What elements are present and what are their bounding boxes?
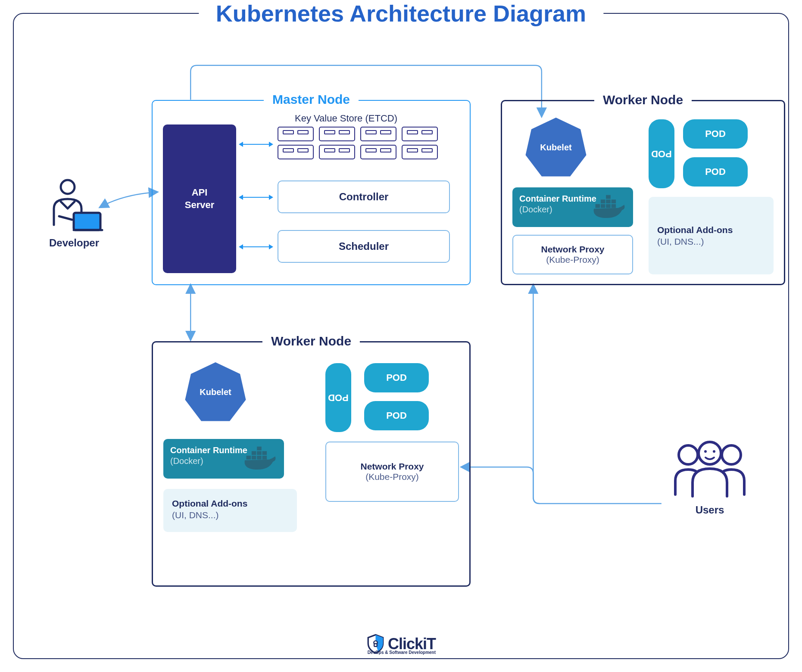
- etcd-cell: [402, 145, 438, 159]
- etcd-cell: [278, 127, 314, 141]
- developer-icon: [42, 177, 106, 233]
- container-runtime-box: Container Runtime (Docker): [512, 187, 633, 227]
- svg-rect-10: [606, 195, 611, 199]
- controller-box: Controller: [278, 180, 450, 213]
- pod-label: POD: [328, 392, 349, 403]
- svg-rect-6: [612, 204, 616, 208]
- network-proxy-title: Network Proxy: [326, 461, 458, 472]
- svg-rect-9: [612, 199, 616, 203]
- master-node-panel: Master Node API Server Key Value Store (…: [152, 100, 471, 285]
- svg-point-20: [679, 445, 698, 464]
- addons-title: Optional Add-ons: [172, 498, 288, 509]
- developer-actor: Developer: [31, 177, 117, 249]
- scheduler-box: Scheduler: [278, 230, 450, 263]
- svg-rect-14: [257, 456, 262, 460]
- kubelet-label: Kubelet: [540, 143, 571, 152]
- svg-rect-3: [596, 204, 600, 208]
- svg-rect-26: [374, 644, 377, 647]
- diagram-frame: Kubernetes Architecture Diagram: [13, 13, 789, 659]
- bidir-arrow: [239, 195, 273, 200]
- pod-label: POD: [705, 128, 726, 140]
- addons-sub: (UI, DNS...): [172, 509, 288, 521]
- addons-box: Optional Add-ons (UI, DNS...): [649, 197, 774, 274]
- etcd-label: Key Value Store (ETCD): [295, 113, 397, 124]
- svg-rect-18: [262, 451, 267, 455]
- etcd-cell: [402, 127, 438, 141]
- api-server-label: API Server: [185, 187, 215, 211]
- worker-node-bottom-title: Worker Node: [262, 334, 360, 348]
- master-node-title: Master Node: [264, 92, 359, 107]
- pod-label: POD: [386, 372, 407, 383]
- svg-rect-13: [252, 456, 256, 460]
- etcd-cell: [319, 127, 355, 141]
- svg-rect-17: [257, 451, 262, 455]
- svg-point-23: [704, 450, 707, 453]
- users-icon: [667, 436, 753, 501]
- diagram-canvas: Developer Master Node API Server Key Val…: [22, 22, 780, 650]
- users-label: Users: [660, 504, 759, 516]
- svg-rect-8: [606, 199, 611, 203]
- worker-node-top-panel: Worker Node Kubelet Container Runtime (D…: [501, 100, 785, 285]
- svg-rect-19: [257, 447, 262, 451]
- developer-label: Developer: [31, 237, 117, 249]
- api-server-box: API Server: [163, 124, 236, 273]
- svg-point-0: [61, 180, 75, 194]
- network-proxy-sub: (Kube-Proxy): [326, 472, 458, 482]
- network-proxy-box: Network Proxy (Kube-Proxy): [512, 235, 633, 274]
- pod-horizontal: POD: [683, 119, 748, 149]
- pod-horizontal: POD: [683, 157, 748, 187]
- network-proxy-title: Network Proxy: [513, 244, 632, 255]
- pod-vertical: POD: [325, 363, 351, 432]
- pod-vertical: POD: [649, 119, 674, 188]
- pod-label: POD: [651, 149, 672, 159]
- worker-node-top-title: Worker Node: [594, 93, 692, 107]
- etcd-cell: [360, 127, 396, 141]
- docker-icon: [591, 193, 629, 220]
- kubelet-heptagon: Kubelet: [524, 115, 588, 180]
- controller-label: Controller: [339, 191, 389, 203]
- logo-tagline: DevOps & Software Development: [368, 650, 436, 655]
- pod-horizontal: POD: [364, 401, 429, 430]
- svg-point-24: [713, 450, 715, 453]
- svg-rect-12: [247, 456, 251, 460]
- pod-label: POD: [386, 410, 407, 421]
- bidir-arrow: [239, 244, 273, 249]
- svg-rect-7: [601, 199, 605, 203]
- pod-label: POD: [705, 166, 726, 177]
- network-proxy-box: Network Proxy (Kube-Proxy): [325, 442, 459, 502]
- worker-node-bottom-panel: Worker Node Kubelet Container Runtime (D…: [152, 341, 471, 587]
- etcd-cell: [360, 145, 396, 159]
- network-proxy-sub: (Kube-Proxy): [513, 255, 632, 265]
- scheduler-label: Scheduler: [339, 240, 389, 252]
- svg-point-21: [722, 445, 741, 464]
- svg-rect-1: [74, 213, 100, 230]
- svg-point-22: [699, 442, 721, 464]
- svg-rect-4: [601, 204, 605, 208]
- kubelet-label: Kubelet: [200, 387, 231, 397]
- etcd-cell: [278, 145, 314, 159]
- svg-rect-15: [262, 456, 267, 460]
- svg-rect-16: [252, 451, 256, 455]
- users-actor: Users: [660, 436, 759, 516]
- container-runtime-box: Container Runtime (Docker): [163, 439, 284, 479]
- docker-icon: [242, 445, 280, 472]
- clickit-logo: ClickiT DevOps & Software Development: [361, 634, 441, 654]
- svg-rect-5: [606, 204, 611, 208]
- bidir-arrow: [239, 142, 273, 147]
- etcd-grid: [278, 127, 438, 159]
- addons-title: Optional Add-ons: [657, 224, 765, 236]
- kubelet-heptagon: Kubelet: [183, 360, 248, 424]
- etcd-cell: [319, 145, 355, 159]
- addons-sub: (UI, DNS...): [657, 236, 765, 247]
- addons-box: Optional Add-ons (UI, DNS...): [163, 489, 297, 532]
- pod-horizontal: POD: [364, 363, 429, 392]
